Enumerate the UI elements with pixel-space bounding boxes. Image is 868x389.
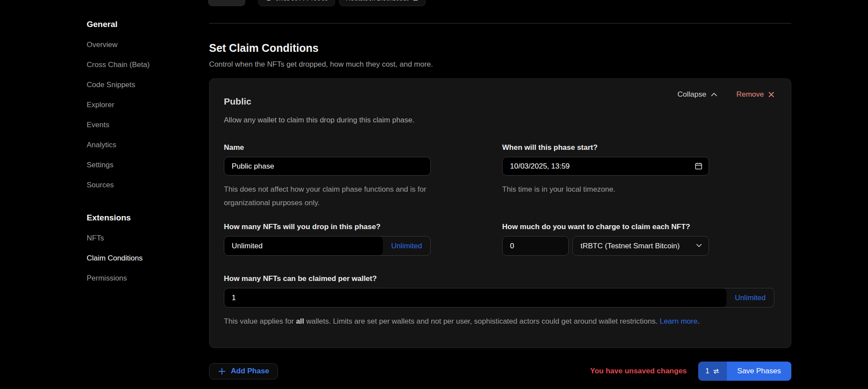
supply-input-group: Unlimited (224, 236, 431, 256)
sidebar-item-claim-conditions[interactable]: Claim Conditions (87, 254, 196, 263)
currency-selected-value: tRBTC (Testnet Smart Bitcoin) (581, 242, 680, 250)
page-subtitle: Control when the NFTs get dropped, how m… (209, 60, 791, 69)
per-wallet-label: How many NFTs can be claimed per wallet? (224, 274, 774, 283)
add-phase-button[interactable]: Add Phase (209, 363, 278, 379)
helper-bold-all: all (296, 317, 304, 325)
currency-select[interactable]: tRBTC (Testnet Smart Bitcoin) (572, 236, 709, 256)
supply-label: How many NFTs will you drop in this phas… (224, 222, 431, 231)
sidebar-item-analytics[interactable]: Analytics (87, 141, 196, 149)
save-split-button: 1 Save Phases (698, 362, 791, 381)
sidebar-item-overview[interactable]: Overview (87, 41, 196, 49)
header-divider (209, 23, 791, 24)
start-helper: This time is in your local timezone. (502, 183, 709, 196)
price-amount-input[interactable] (502, 236, 569, 256)
calendar-icon[interactable] (695, 162, 703, 170)
phase-title: Public (224, 96, 414, 107)
learn-more-link[interactable]: Learn more (660, 317, 698, 325)
sidebar-item-nfts[interactable]: NFTs (87, 234, 196, 243)
main-content: Set Claim Conditions Control when the NF… (209, 0, 791, 381)
chevron-down-icon (696, 244, 702, 247)
phase-description: Allow any wallet to claim this drop duri… (224, 115, 414, 125)
start-label: When will this phase start? (502, 143, 709, 152)
sidebar-item-permissions[interactable]: Permissions (87, 274, 196, 283)
per-wallet-input[interactable] (224, 288, 726, 307)
pending-count: 1 (706, 367, 709, 375)
supply-unlimited-button[interactable]: Unlimited (383, 237, 430, 255)
phase-start-input[interactable] (502, 157, 709, 176)
close-icon (768, 91, 774, 98)
per-wallet-unlimited-button[interactable]: Unlimited (726, 288, 774, 307)
collapse-label: Collapse (678, 90, 706, 99)
name-label: Name (224, 143, 431, 152)
sidebar-item-settings[interactable]: Settings (87, 161, 196, 169)
sidebar-item-cross-chain[interactable]: Cross Chain (Beta) (87, 61, 196, 69)
sidebar-item-code-snippets[interactable]: Code Snippets (87, 81, 196, 89)
footer-bar: Add Phase You have unsaved changes 1 Sav… (209, 361, 791, 381)
per-wallet-input-group: Unlimited (224, 288, 774, 308)
swap-arrows-icon (713, 369, 719, 374)
sidebar-item-events[interactable]: Events (87, 121, 196, 129)
add-phase-label: Add Phase (231, 367, 269, 375)
phase-card-header: Public Allow any wallet to claim this dr… (224, 96, 414, 125)
sidebar-item-explorer[interactable]: Explorer (87, 101, 196, 109)
sidebar-item-sources[interactable]: Sources (87, 181, 196, 189)
claim-phase-card: Public Allow any wallet to claim this dr… (209, 78, 791, 348)
phase-name-input[interactable] (224, 157, 431, 176)
remove-button[interactable]: Remove (736, 90, 774, 99)
supply-input[interactable] (224, 237, 383, 255)
sidebar-section-extensions: Extensions (87, 213, 196, 223)
sidebar-section-general: General (87, 19, 196, 29)
price-label: How much do you want to charge to claim … (502, 222, 709, 231)
chevron-up-icon (711, 92, 717, 97)
save-phases-button[interactable]: Save Phases (727, 362, 791, 381)
sidebar: General Overview Cross Chain (Beta) Code… (87, 19, 196, 283)
pending-changes-button[interactable]: 1 (698, 362, 727, 381)
name-helper: This does not affect how your claim phas… (224, 183, 444, 210)
plus-icon (218, 367, 226, 375)
remove-label: Remove (736, 90, 764, 99)
per-wallet-helper: This value applies for all wallets. Limi… (224, 315, 738, 328)
page-title: Set Claim Conditions (209, 41, 791, 54)
collapse-button[interactable]: Collapse (678, 90, 717, 99)
unsaved-changes-text: You have unsaved changes (590, 367, 687, 375)
